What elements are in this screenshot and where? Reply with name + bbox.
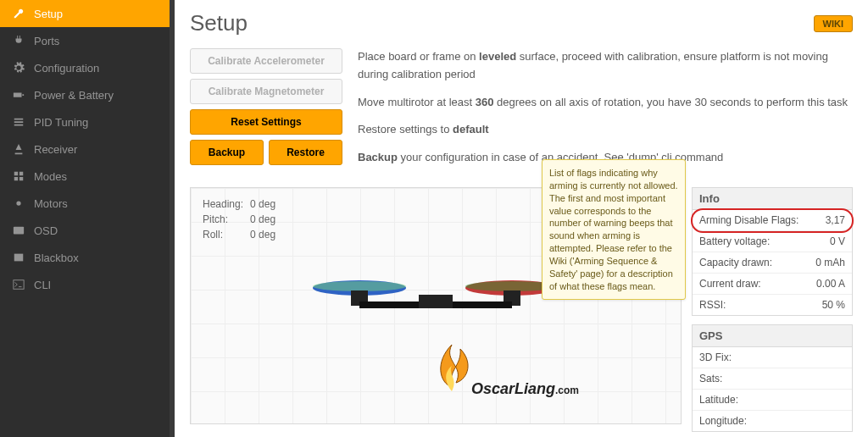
info-row-arming-flags: Arming Disable Flags:3,17 bbox=[693, 210, 852, 231]
info-row-capacity: Capacity drawn:0 mAh bbox=[693, 252, 852, 274]
main-content: Setup WIKI Calibrate Accelerometer Calib… bbox=[175, 0, 868, 437]
battery-icon bbox=[12, 88, 25, 102]
sidebar-item-label: Ports bbox=[34, 35, 59, 47]
calibrate-magnetometer-button[interactable]: Calibrate Magnetometer bbox=[190, 79, 342, 104]
svg-rect-3 bbox=[14, 280, 24, 290]
sidebar-item-modes[interactable]: Modes bbox=[0, 163, 170, 190]
sidebar-item-osd[interactable]: OSD bbox=[0, 217, 170, 244]
gear-icon bbox=[12, 61, 25, 75]
gps-row-latitude: Latitude: bbox=[693, 390, 852, 411]
motor-icon bbox=[12, 196, 25, 210]
svg-rect-11 bbox=[419, 295, 453, 308]
sidebar-item-label: Receiver bbox=[34, 143, 77, 156]
osd-icon bbox=[12, 224, 25, 237]
sidebar-item-label: Configuration bbox=[34, 62, 99, 75]
sidebar-item-pid[interactable]: PID Tuning bbox=[0, 108, 170, 136]
sidebar-item-label: CLI bbox=[34, 279, 51, 291]
backup-button[interactable]: Backup bbox=[190, 140, 264, 165]
info-row-battery: Battery voltage:0 V bbox=[693, 231, 852, 252]
sidebar-item-label: Modes bbox=[34, 170, 67, 183]
arming-flags-tooltip: List of flags indicating why arming is c… bbox=[542, 159, 686, 300]
sidebar-item-label: Power & Battery bbox=[34, 89, 114, 102]
drone-model-icon bbox=[309, 271, 563, 330]
wiki-button[interactable]: WIKI bbox=[814, 15, 853, 32]
gps-panel-title: GPS bbox=[693, 325, 852, 347]
sidebar: Setup Ports Configuration Power & Batter… bbox=[0, 0, 170, 437]
model-preview-panel: Heading:0 deg Pitch:0 deg Roll:0 deg Re … bbox=[190, 187, 682, 424]
info-row-rssi: RSSI:50 % bbox=[693, 295, 852, 315]
gps-row-sats: Sats: bbox=[693, 368, 852, 390]
sidebar-item-cli[interactable]: CLI bbox=[0, 271, 170, 298]
svg-rect-1 bbox=[14, 227, 24, 235]
sliders-icon bbox=[12, 115, 25, 129]
svg-point-5 bbox=[313, 281, 406, 291]
attitude-readout: Heading:0 deg Pitch:0 deg Roll:0 deg bbox=[201, 196, 282, 244]
info-panel-title: Info bbox=[693, 188, 852, 210]
page-title: Setup bbox=[190, 10, 248, 36]
sidebar-item-configuration[interactable]: Configuration bbox=[0, 54, 170, 81]
sidebar-item-label: PID Tuning bbox=[34, 116, 88, 129]
svg-point-0 bbox=[16, 201, 20, 205]
receiver-icon bbox=[12, 142, 25, 156]
terminal-icon bbox=[12, 278, 25, 291]
info-row-current: Current draw:0.00 A bbox=[693, 274, 852, 295]
sidebar-item-ports[interactable]: Ports bbox=[0, 27, 170, 54]
sidebar-item-label: Blackbox bbox=[34, 252, 79, 264]
instructions-text: Place board or frame on leveled surface,… bbox=[358, 48, 853, 177]
sidebar-item-power[interactable]: Power & Battery bbox=[0, 81, 170, 108]
gps-panel: GPS 3D Fix: Sats: Latitude: Longitude: bbox=[692, 324, 853, 432]
gps-row-3dfix: 3D Fix: bbox=[693, 347, 852, 368]
sidebar-item-label: Setup bbox=[34, 8, 63, 20]
sidebar-item-motors[interactable]: Motors bbox=[0, 190, 170, 217]
modes-icon bbox=[12, 169, 25, 183]
svg-rect-2 bbox=[14, 254, 24, 262]
gps-row-longitude: Longitude: bbox=[693, 411, 852, 431]
reset-settings-button[interactable]: Reset Settings bbox=[190, 109, 342, 135]
sidebar-item-label: Motors bbox=[34, 197, 68, 210]
info-panel: Info Arming Disable Flags:3,17 Battery v… bbox=[692, 187, 853, 316]
sidebar-item-blackbox[interactable]: Blackbox bbox=[0, 244, 170, 271]
flame-watermark-icon bbox=[426, 340, 477, 408]
restore-button[interactable]: Restore bbox=[269, 140, 342, 165]
sidebar-item-receiver[interactable]: Receiver bbox=[0, 136, 170, 163]
blackbox-icon bbox=[12, 251, 25, 264]
wrench-icon bbox=[12, 7, 25, 20]
watermark-text: OscarLiang.com bbox=[471, 380, 579, 398]
sidebar-item-label: OSD bbox=[34, 224, 58, 237]
sidebar-item-setup[interactable]: Setup bbox=[0, 0, 170, 27]
plug-icon bbox=[12, 34, 25, 47]
calibrate-accelerometer-button[interactable]: Calibrate Accelerometer bbox=[190, 48, 342, 74]
